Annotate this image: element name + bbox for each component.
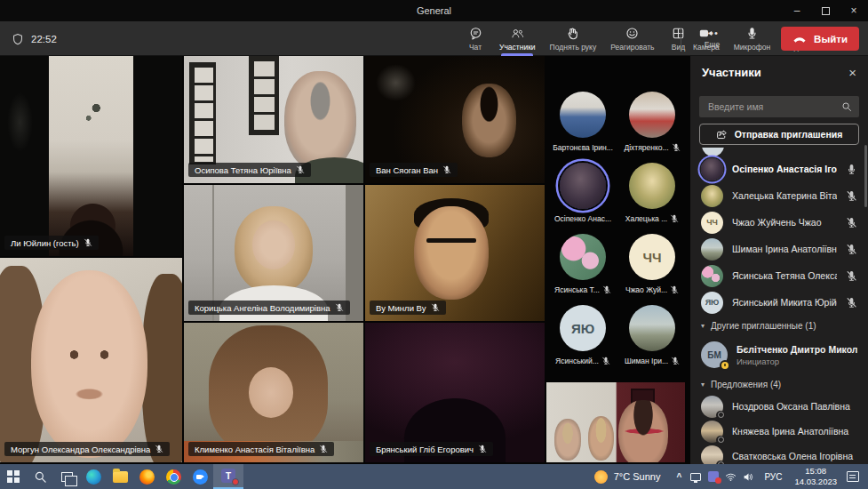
mic-muted-icon xyxy=(672,143,681,152)
action-center-icon[interactable] xyxy=(847,471,859,482)
participant-row[interactable]: ЧЧ Чжао Жуйчень Чжао xyxy=(690,209,868,236)
participant-row[interactable]: Осіпенко Анастасія Ігорівна xyxy=(690,156,868,182)
panel-close-icon[interactable]: × xyxy=(848,66,856,79)
mic-muted-icon[interactable] xyxy=(846,297,857,309)
suggestion-row[interactable]: Ноздрова Оксана Павлівна xyxy=(690,394,868,419)
edge-button[interactable] xyxy=(80,464,107,489)
firefox-button[interactable] xyxy=(133,464,160,489)
thumb-dikhtiarenko[interactable]: Діхтяренко... xyxy=(617,92,687,152)
minimize-button[interactable]: – xyxy=(783,0,811,21)
thumb-shyman[interactable]: Шиман Іри... xyxy=(617,305,687,365)
window-titlebar: General – × xyxy=(0,0,868,21)
suggestion-row[interactable]: Княжева Ірина Анатоліївна xyxy=(690,419,868,444)
thumb-osipenko[interactable]: Осіпенко Анас... xyxy=(548,163,617,223)
meeting-toolbar: 22:52 Чат Участники Поднять руку Реагиро… xyxy=(0,21,868,56)
participant-row[interactable]: ЯЮ Ясинський Микита Юрійович xyxy=(690,289,868,316)
microphone-icon xyxy=(745,27,759,40)
video-tile-korytska[interactable]: Корицька Ангеліна Володимирівна xyxy=(184,185,363,321)
participants-list: Осіпенко Анастасія Ігорівна Халецька Кат… xyxy=(690,148,868,489)
avatar xyxy=(560,234,606,280)
send-invite-button[interactable]: Отправка приглашения xyxy=(699,124,859,145)
video-tile-brianskyi[interactable]: Брянський Гліб Егорович xyxy=(365,323,545,462)
section-other-invited[interactable]: ▾ Другие приглашенные (1) xyxy=(690,316,868,335)
organizer-role: Инициатор xyxy=(737,357,857,366)
avatar-initials: ЯЮ xyxy=(701,292,723,314)
maximize-button[interactable] xyxy=(811,0,840,21)
file-explorer-button[interactable] xyxy=(107,464,133,489)
participant-nameplate: Ву Минли Ву xyxy=(370,301,446,315)
participants-button[interactable]: Участники xyxy=(492,21,543,56)
react-button[interactable]: Реагировать xyxy=(603,21,661,56)
panel-title: Участники xyxy=(702,66,848,79)
mic-muted-icon[interactable] xyxy=(846,244,857,255)
mic-muted-icon xyxy=(670,285,679,294)
participant-nameplate: Корицька Ангеліна Володимирівна xyxy=(188,301,350,315)
thumb-bartonieva[interactable]: Бартонєва Ірин... xyxy=(548,92,617,152)
participant-nameplate: Ван Сяоган Ван xyxy=(370,163,458,177)
participant-row[interactable]: Халецька Катерина Віталіївна xyxy=(690,182,868,209)
teams-icon: T xyxy=(221,469,235,483)
mic-on-icon[interactable] xyxy=(846,164,857,175)
mic-muted-icon xyxy=(84,238,92,247)
participant-row[interactable]: Ясинська Тетяна Олександрівна xyxy=(690,262,868,289)
thumb-yasynskyi[interactable]: ЯЮ Ясинський... xyxy=(548,305,617,365)
scrollbar[interactable] xyxy=(864,145,867,207)
mic-muted-icon xyxy=(442,165,451,174)
video-feed xyxy=(0,258,182,462)
section-suggestions[interactable]: ▾ Предложения (4) xyxy=(690,374,868,394)
shield-icon xyxy=(12,33,24,45)
avatar xyxy=(701,158,723,180)
close-icon: × xyxy=(850,4,856,17)
mic-muted-icon[interactable] xyxy=(846,217,857,228)
thumb-yasynska[interactable]: Ясинська Т... xyxy=(548,234,617,294)
avatar xyxy=(629,163,675,209)
window-controls: – × xyxy=(783,0,868,21)
raise-hand-button[interactable]: Поднять руку xyxy=(543,21,604,56)
mic-muted-icon xyxy=(319,445,328,453)
zoom-button[interactable] xyxy=(187,464,213,489)
video-tile-van[interactable]: Ван Сяоган Ван xyxy=(365,56,545,183)
avatar-initials: ЧЧ xyxy=(629,234,675,280)
language-indicator[interactable]: РУС xyxy=(758,472,788,482)
tray-volume-icon[interactable] xyxy=(740,464,757,489)
leave-button[interactable]: Выйти xyxy=(781,27,859,51)
camera-button[interactable]: Камера xyxy=(686,21,727,56)
avatar-initials: ЧЧ xyxy=(701,212,723,234)
start-button[interactable] xyxy=(0,464,27,489)
thumb-khaletska[interactable]: Халецька ... xyxy=(617,163,687,223)
mic-muted-icon xyxy=(155,445,163,453)
chat-button[interactable]: Чат xyxy=(458,21,492,56)
participant-nameplate: Клименко Анастасія Віталіївна xyxy=(188,442,334,456)
tray-wifi-icon[interactable] xyxy=(722,464,739,489)
video-tile-vu[interactable]: Ву Минли Ву xyxy=(365,185,545,321)
microphone-button[interactable]: Микрофон xyxy=(727,21,777,56)
avatar xyxy=(701,238,723,261)
video-tile-klymenko[interactable]: Клименко Анастасія Віталіївна xyxy=(184,323,363,462)
search-input[interactable] xyxy=(706,100,841,113)
chrome-button[interactable] xyxy=(160,464,187,489)
chevron-down-icon: ▾ xyxy=(701,322,705,330)
video-tile-morgun[interactable]: Моргун Олександра Олександрівна xyxy=(0,258,182,462)
mic-muted-icon[interactable] xyxy=(846,190,857,202)
taskbar-search-button[interactable] xyxy=(27,464,53,489)
tray-monitor-icon[interactable] xyxy=(687,464,704,489)
teams-button[interactable]: T xyxy=(213,464,243,489)
date: 14.03.2023 xyxy=(794,477,837,487)
thumb-zhao[interactable]: ЧЧ Чжао Жуй... xyxy=(617,234,687,294)
mic-muted-icon xyxy=(670,214,679,223)
self-view-tile[interactable] xyxy=(546,382,685,462)
tray-chevron-icon[interactable]: ^ xyxy=(672,472,686,482)
mic-muted-icon[interactable] xyxy=(846,270,857,282)
taskbar-clock[interactable]: 15:08 14.03.2023 xyxy=(789,466,842,488)
close-button[interactable]: × xyxy=(840,0,868,21)
video-tile-osipova[interactable]: Осипова Тетяна Юріївна xyxy=(184,56,363,183)
teams-meeting-window: General – × 22:52 Чат Участники Поднять … xyxy=(0,0,868,489)
task-view-button[interactable] xyxy=(53,464,80,489)
video-tile-li-yuilin[interactable]: Ли Юйлин (гость) xyxy=(0,56,182,256)
organizer-row[interactable]: БМ Бєлітченко Дмитро Миколайович Инициат… xyxy=(690,335,868,374)
participant-row[interactable]: Шиман Ірина Анатоліївна xyxy=(690,236,868,262)
weather-widget[interactable]: 7°C Sunny xyxy=(614,471,661,482)
tray-teams-icon[interactable] xyxy=(705,464,721,489)
hand-icon xyxy=(566,27,579,40)
mic-muted-icon xyxy=(671,357,680,365)
